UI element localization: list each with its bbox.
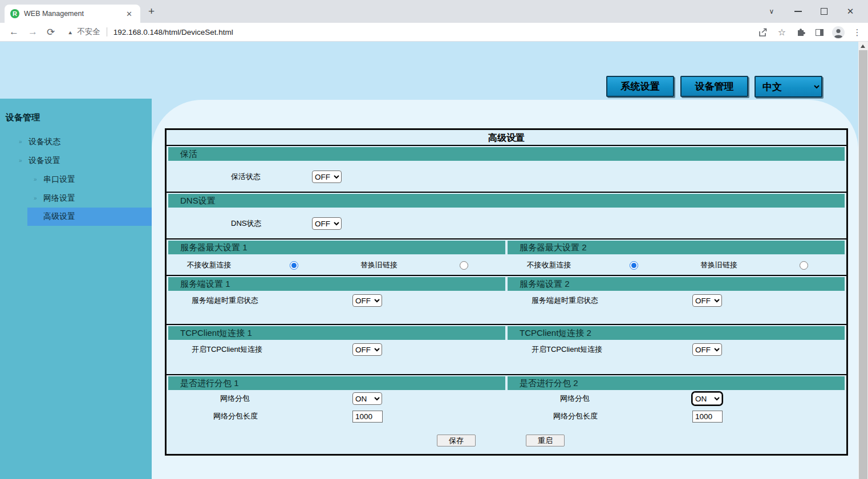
tab-title: WEB Management [24, 10, 119, 18]
dns-status-label: DNS状态 [231, 218, 312, 229]
replace-old-label-1: 替换旧链接 [336, 260, 421, 270]
arrow-bullet-icon: » [34, 176, 37, 182]
sidebar-item-serial-settings[interactable]: » 串口设置 [0, 170, 152, 189]
packet-header-1: 是否进行分包 1 [168, 376, 505, 390]
sidebar-item-label: 串口设置 [43, 174, 75, 185]
no-new-conn-radio-1[interactable] [290, 261, 298, 270]
keepalive-status-label: 保活状态 [231, 172, 312, 182]
new-tab-button[interactable]: + [148, 6, 155, 17]
system-settings-nav-button[interactable]: 系统设置 [606, 76, 674, 97]
tab-strip: R WEB Management ✕ + ∨ ✕ [0, 0, 868, 23]
scrollbar-thumb[interactable] [859, 50, 867, 479]
packet-length-label-2: 网络分包长度 [553, 411, 692, 421]
browser-tab[interactable]: R WEB Management ✕ [5, 5, 140, 23]
section-server-side: 服务端设置 1 服务端设置 2 服务端超时重启状态 OFF 服务端超 [167, 276, 846, 325]
profile-avatar-icon[interactable] [831, 25, 846, 40]
bookmark-star-icon[interactable]: ☆ [774, 25, 789, 40]
sidebar-item-label: 设备状态 [29, 137, 60, 147]
back-icon[interactable]: ← [9, 26, 19, 38]
device-management-nav-button[interactable]: 设备管理 [680, 76, 748, 97]
section-keepalive: 保活 保活状态 OFF [167, 146, 846, 193]
server-timeout-label-1: 服务端超时重启状态 [192, 295, 352, 306]
replace-old-label-2: 替换旧链接 [676, 260, 761, 270]
sidebar: 设备管理 » 设备状态 » 设备设置 » 串口设置 » 网络设置 [0, 99, 152, 479]
page-scrollbar[interactable] [858, 42, 868, 479]
sidebar-item-label: 网络设置 [43, 193, 75, 204]
reload-icon[interactable]: ⟳ [47, 26, 55, 38]
packet-switch-label-2: 网络分包 [560, 393, 692, 404]
server-timeout-select-1[interactable]: OFF [352, 294, 382, 307]
tcp-short-conn-select-2[interactable]: OFF [692, 343, 722, 356]
section-packet: 是否进行分包 1 是否进行分包 2 网络分包 ON 网络分包长度 [167, 375, 846, 454]
packet-length-label-1: 网络分包长度 [213, 411, 352, 421]
tab-search-chevron-icon[interactable]: ∨ [759, 2, 785, 21]
dns-header: DNS设置 [168, 194, 845, 208]
server-max-header-2: 服务器最大设置 2 [508, 241, 845, 254]
tcp-short-conn-label-2: 开启TCPClient短连接 [532, 344, 692, 355]
no-new-conn-radio-2[interactable] [630, 261, 638, 270]
forward-icon[interactable]: → [28, 26, 38, 38]
replace-old-radio-1[interactable] [460, 261, 468, 270]
side-panel-icon[interactable] [812, 25, 827, 40]
sidebar-item-label: 设备设置 [29, 156, 60, 166]
server-timeout-label-2: 服务端超时重启状态 [532, 295, 692, 306]
not-secure-warning-icon: ▲ [67, 29, 73, 35]
maximize-button[interactable] [811, 2, 837, 21]
security-label[interactable]: 不安全 [77, 27, 100, 37]
arrow-bullet-icon: » [19, 157, 22, 164]
keepalive-status-select[interactable]: OFF [312, 171, 342, 183]
minimize-button[interactable] [785, 2, 811, 21]
no-new-conn-label-2: 不接收新连接 [506, 260, 591, 270]
server-side-header-1: 服务端设置 1 [168, 277, 505, 291]
browser-window: R WEB Management ✕ + ∨ ✕ ← → ⟳ ▲ 不安全 192… [0, 0, 868, 479]
address-bar[interactable]: ▲ 不安全 192.168.0.148/html/DeviceSet.html [67, 27, 233, 37]
web-page: 系统设置 设备管理 中文 高级设置 保活 保活状态 OFF DNS设置 [0, 42, 868, 479]
sidebar-item-device-status[interactable]: » 设备状态 [0, 132, 152, 151]
sidebar-item-network-settings[interactable]: » 网络设置 [0, 189, 152, 208]
sidebar-item-label: 高级设置 [43, 212, 75, 222]
advanced-settings-table: 高级设置 保活 保活状态 OFF DNS设置 DNS状态 OFF [165, 128, 848, 456]
packet-switch-label-1: 网络分包 [220, 393, 352, 404]
keepalive-header: 保活 [168, 147, 845, 161]
tcp-client-header-2: TCPClient短连接 2 [508, 326, 845, 340]
section-server-max: 服务器最大设置 1 服务器最大设置 2 不接收新连接 替换旧链接 不接收新连接 [167, 240, 846, 276]
omnibox-divider [107, 27, 107, 36]
packet-switch-select-2[interactable]: ON [692, 392, 722, 405]
url-text[interactable]: 192.168.0.148/html/DeviceSet.html [113, 28, 233, 36]
server-max-header-1: 服务器最大设置 1 [168, 241, 505, 254]
share-icon[interactable] [756, 25, 770, 40]
scrollbar-up-arrow-icon[interactable] [861, 44, 865, 48]
save-button[interactable]: 保存 [437, 435, 476, 446]
close-button[interactable]: ✕ [837, 2, 863, 21]
sidebar-item-device-settings[interactable]: » 设备设置 [0, 151, 152, 170]
sidebar-item-advanced-settings[interactable]: 高级设置 [27, 208, 152, 226]
tab-close-icon[interactable]: ✕ [124, 9, 135, 19]
language-select[interactable]: 中文 [755, 76, 822, 98]
favicon-icon: R [10, 9, 19, 18]
server-timeout-select-2[interactable]: OFF [692, 294, 722, 307]
arrow-bullet-icon: » [19, 139, 22, 145]
extensions-puzzle-icon[interactable] [793, 25, 808, 40]
sidebar-title: 设备管理 [6, 112, 152, 123]
content-panel: 高级设置 保活 保活状态 OFF DNS设置 DNS状态 OFF [152, 100, 858, 479]
packet-length-input-2[interactable] [692, 411, 723, 423]
section-dns: DNS设置 DNS状态 OFF [167, 193, 846, 240]
replace-old-radio-2[interactable] [800, 261, 808, 270]
no-new-conn-label-1: 不接收新连接 [167, 260, 252, 270]
arrow-bullet-icon: » [34, 195, 37, 201]
table-title: 高级设置 [167, 130, 846, 146]
browser-toolbar: ← → ⟳ ▲ 不安全 192.168.0.148/html/DeviceSet… [0, 23, 868, 42]
tcp-client-header-1: TCPClient短连接 1 [168, 326, 505, 340]
section-tcp-client: TCPClient短连接 1 TCPClient短连接 2 开启TCPClien… [167, 325, 846, 375]
menu-dots-icon[interactable]: ⋮ [850, 25, 865, 40]
packet-length-input-1[interactable] [352, 411, 383, 423]
tcp-short-conn-select-1[interactable]: OFF [352, 343, 382, 356]
restart-button[interactable]: 重启 [526, 435, 565, 446]
packet-switch-select-1[interactable]: ON [352, 392, 382, 405]
tcp-short-conn-label-1: 开启TCPClient短连接 [192, 344, 352, 355]
server-side-header-2: 服务端设置 2 [508, 277, 845, 291]
packet-header-2: 是否进行分包 2 [508, 376, 845, 390]
dns-status-select[interactable]: OFF [312, 217, 342, 230]
